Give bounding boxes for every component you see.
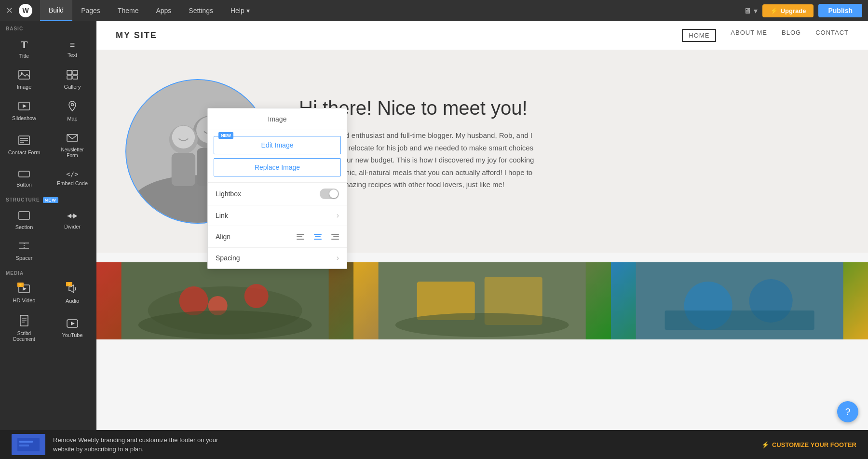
sidebar-item-label: NewsletterForm [61,147,83,159]
site-nav-contact[interactable]: CONTACT [815,29,849,42]
replace-image-button[interactable]: Replace Image [214,158,341,176]
svg-point-48 [395,313,569,337]
svg-rect-25 [20,315,28,326]
sidebar-item-label: Embed Code [57,180,88,187]
audio-icon: ⚡ [67,284,78,295]
sidebar-item-newsletter-form[interactable]: NewsletterForm [48,127,96,163]
publish-button[interactable]: Publish [818,4,862,17]
hd-video-icon: ⚡ [18,284,30,295]
sidebar-structure-label: STRUCTURE NEW [0,192,96,205]
svg-rect-14 [19,171,29,177]
sidebar-item-label: Text [68,52,77,58]
sidebar-item-label: Section [15,224,33,230]
sidebar-item-title[interactable]: T Title [0,33,48,64]
tab-pages[interactable]: Pages [72,0,109,21]
site-nav-home[interactable]: HOME [682,29,716,42]
sidebar-item-button[interactable]: Button [0,163,48,192]
align-row: Align [208,226,347,248]
content-area: MY SITE HOME ABOUT ME BLOG CONTACT [96,21,868,459]
sidebar-item-slideshow[interactable]: Slideshow [0,94,48,126]
map-icon [68,101,77,113]
tab-build[interactable]: Build [40,0,72,21]
sidebar-media-label: MEDIA [0,266,96,278]
site-nav-about[interactable]: ABOUT ME [731,29,767,42]
sidebar-item-spacer[interactable]: Spacer [0,235,48,266]
sidebar-item-label: Title [19,53,29,59]
sidebar-item-label: YouTube [62,332,82,338]
sidebar-item-label: ScribdDocument [13,331,35,342]
footer-banner: Remove Weebly branding and customize the… [0,430,868,459]
youtube-icon [67,319,78,329]
site-nav-blog[interactable]: BLOG [782,29,801,42]
sidebar-item-embed-code[interactable]: </> Embed Code [48,163,96,192]
tab-settings[interactable]: Settings [180,0,222,21]
contact-form-icon [18,135,30,147]
sidebar-item-section[interactable]: Section [0,205,48,235]
sidebar-structure-grid: Section Divider Spacer [0,205,96,266]
nav-tabs: Build Pages Theme Apps Settings Help ▾ [40,0,258,21]
footer-banner-icon [12,434,45,455]
upgrade-button[interactable]: Upgrade [762,4,814,17]
svg-point-8 [71,104,74,106]
button-icon [18,169,30,179]
food-photo-bg-1 [96,262,353,339]
align-left-button[interactable] [297,232,308,242]
sidebar-item-label: Divider [64,224,81,230]
device-toggle[interactable]: 🖥 ▾ [744,6,757,15]
page-content: Hi there! Nice to meet you! I'm Zoe - a … [96,50,868,459]
svg-rect-52 [665,310,814,330]
sidebar-item-scribd[interactable]: ScribdDocument [0,309,48,347]
sidebar-item-label: Spacer [16,255,33,261]
toggle-knob [329,189,338,198]
spacer-icon [18,241,30,252]
lightbox-label: Lightbox [216,190,320,198]
site-nav: HOME ABOUT ME BLOG CONTACT [682,29,849,42]
sidebar-item-map[interactable]: Map [48,94,96,126]
sidebar-item-hd-video[interactable]: ⚡ HD Video [0,278,48,309]
svg-rect-36 [172,153,195,186]
sidebar-item-label: Gallery [64,84,81,90]
sidebar-basic-grid: T Title ≡ Text Image Gallery [0,33,96,192]
link-label: Link [216,212,337,219]
close-button[interactable]: ✕ [6,5,13,16]
gallery-icon [67,70,78,81]
top-navigation: ✕ W Build Pages Theme Apps Settings Help… [0,0,868,21]
svg-rect-54 [19,441,33,443]
site-header: MY SITE HOME ABOUT ME BLOG CONTACT [96,21,868,50]
customize-footer-button[interactable]: CUSTOMIZE YOUR FOOTER [761,441,856,448]
sidebar-item-image[interactable]: Image [0,64,48,94]
align-buttons [297,232,339,242]
sidebar-item-contact-form[interactable]: Contact Form [0,127,48,163]
align-center-button[interactable] [312,232,324,242]
sidebar-item-text[interactable]: ≡ Text [48,33,96,64]
site-title: MY SITE [116,30,157,40]
sidebar-item-label: Audio [66,298,79,304]
slideshow-icon [18,101,30,112]
link-arrow-icon: › [337,211,339,220]
help-button[interactable]: ? [837,401,858,422]
align-label: Align [216,233,297,241]
food-photo-3 [611,262,868,339]
link-row[interactable]: Link › [208,205,347,226]
new-badge: NEW [43,197,58,203]
svg-marker-17 [73,214,77,218]
sidebar-item-label: Slideshow [12,115,36,122]
sidebar-item-divider[interactable]: Divider [48,205,96,235]
section-icon [18,211,30,221]
tab-apps[interactable]: Apps [147,0,180,21]
food-section [96,262,868,339]
spacing-row[interactable]: Spacing › [208,248,347,269]
lightbox-toggle[interactable] [320,189,339,199]
svg-rect-2 [67,70,72,75]
spacing-arrow-icon: › [337,254,339,262]
sidebar-item-gallery[interactable]: Gallery [48,64,96,94]
align-right-button[interactable] [327,232,339,242]
tab-theme[interactable]: Theme [109,0,148,21]
image-popup-panel: Image NEW Edit Image Replace Image Light… [207,108,347,269]
sidebar-item-label: Map [67,116,77,122]
sidebar-item-youtube[interactable]: YouTube [48,309,96,347]
tab-help[interactable]: Help ▾ [222,0,258,21]
edit-image-btn-wrap: NEW Edit Image [214,136,341,154]
sidebar-item-label: Contact Form [8,149,41,156]
sidebar-item-audio[interactable]: ⚡ Audio [48,278,96,309]
